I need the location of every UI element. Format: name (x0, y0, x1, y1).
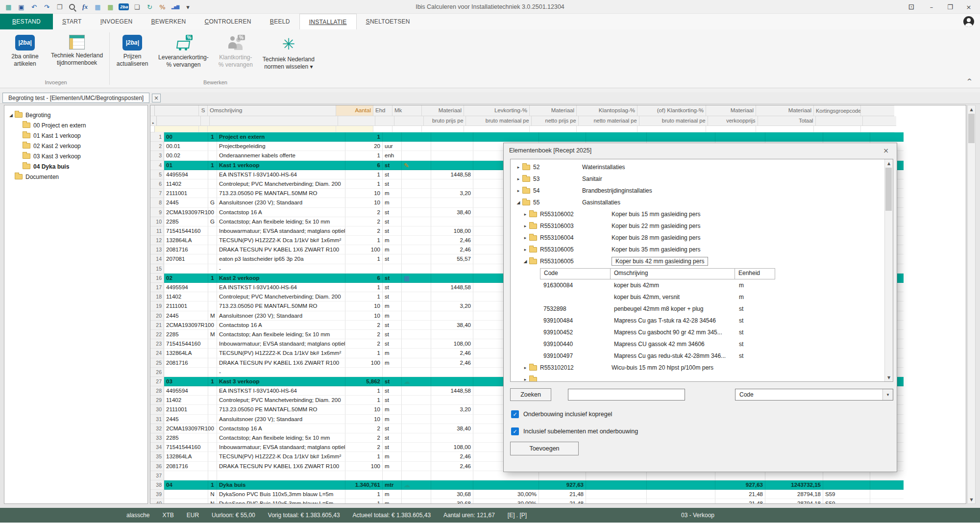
tree-expander-icon[interactable]: ◢ (7, 113, 15, 118)
cell-s[interactable] (208, 142, 217, 151)
cell-mk[interactable] (402, 226, 431, 236)
cell-mk[interactable] (402, 217, 431, 226)
cell-qty[interactable]: 2 (345, 433, 383, 443)
header-aantal[interactable]: Aantal (336, 105, 373, 116)
cell-n[interactable]: 23 (150, 339, 164, 349)
cell-code[interactable]: 2CMA193097R100 (164, 424, 208, 433)
cell-desc[interactable]: - (217, 264, 345, 274)
cell-desc[interactable]: eaton p3 lastscheider ip65 3p 20a (217, 254, 345, 264)
cell-bruto[interactable]: 2,46 (431, 236, 473, 245)
cell-n[interactable]: 6 (150, 179, 164, 189)
zoeken-button[interactable]: Zoeken (510, 388, 551, 401)
cell-s[interactable]: G (208, 198, 217, 207)
leverancierkorting-vervangen-button[interactable]: %Leverancierkorting-% vervangen (153, 33, 214, 70)
cell-mk[interactable] (402, 198, 431, 207)
cell-kops[interactable] (586, 132, 647, 142)
document-tab-close-button[interactable]: × (152, 94, 161, 102)
checkbox-checked-icon[interactable]: ✓ (511, 410, 519, 418)
cell-n[interactable]: 16 (150, 274, 164, 283)
cell-qty[interactable]: 10 (345, 311, 383, 321)
filter-ehd[interactable] (373, 126, 392, 132)
insert-table-icon[interactable]: ▦ (106, 2, 115, 12)
cell-mk[interactable] (402, 311, 431, 321)
cell-bruto[interactable]: 2,46 (431, 462, 473, 471)
cell-s[interactable] (208, 358, 217, 368)
cell-n[interactable]: 3 (150, 151, 164, 160)
filter-verkoop[interactable] (706, 126, 756, 132)
cell-levk[interactable] (473, 471, 539, 480)
cell-levk[interactable] (473, 480, 539, 490)
cell-kgc[interactable] (823, 132, 870, 142)
dialog-scroll-down-icon[interactable]: ▼ (885, 374, 893, 381)
detail-row[interactable]: 939100452Mapress Cu gasbocht 90 gr 42 mm… (540, 326, 893, 338)
cell-unit[interactable] (383, 471, 402, 480)
scroll-down-arrow-icon[interactable]: ▼ (968, 496, 975, 503)
filter-totaal[interactable] (756, 126, 814, 132)
tab-invoegen[interactable]: INVOEGEN (91, 14, 142, 29)
cell-code[interactable]: 71541544160 (164, 443, 208, 452)
cell-desc[interactable]: Kast 2 verkoop (217, 274, 345, 283)
cell-unit[interactable]: st (383, 339, 402, 349)
cell-qty[interactable]: 2 (345, 424, 383, 433)
cell-qty[interactable]: 1 (345, 490, 383, 499)
cell-qty[interactable] (345, 368, 383, 377)
cell-n[interactable]: 21 (150, 321, 164, 330)
cell-code[interactable]: 2081716 (164, 358, 208, 368)
detail-header-eenheid[interactable]: Eenheid (735, 268, 775, 279)
cell-n[interactable]: 5 (150, 170, 164, 179)
cell-mk[interactable] (402, 254, 431, 264)
subheader-verkoopprijs[interactable]: verkoopprijs (708, 116, 758, 126)
cell-mk[interactable] (402, 245, 431, 254)
cell-n[interactable]: 12 (150, 236, 164, 245)
header-materiaal-verkoop[interactable]: Materiaal (706, 105, 756, 116)
cell-levk[interactable] (473, 132, 539, 142)
cell-desc[interactable]: DykaSono PVC Buis 110x5,3mm blauw L=5m (217, 490, 345, 499)
cell-mk[interactable] (402, 471, 431, 480)
cell-code[interactable]: 2285 (164, 330, 208, 339)
percent-icon[interactable]: % (158, 2, 167, 12)
cell-n[interactable]: 19 (150, 301, 164, 311)
cell-n[interactable]: 15 (150, 264, 164, 274)
cell-mk[interactable] (402, 330, 431, 339)
cell-kkort[interactable] (647, 471, 715, 480)
cell-s[interactable] (208, 254, 217, 264)
tree-item[interactable]: ◢Begroting (4, 110, 147, 120)
cell-mk[interactable] (402, 424, 431, 433)
cell-n[interactable]: 2 (150, 142, 164, 151)
cell-bruto[interactable] (431, 471, 473, 480)
cell-qty[interactable]: 10 (345, 405, 383, 414)
cell-qty[interactable]: 100 (345, 245, 383, 254)
cell-s[interactable]: M (208, 311, 217, 321)
cell-kgc[interactable] (823, 480, 870, 490)
detail-row[interactable]: 916300084koper buis 42mmm (540, 279, 893, 291)
cell-unit[interactable]: m (383, 236, 402, 245)
cell-unit[interactable]: st (383, 377, 402, 386)
cell-unit[interactable]: st (383, 170, 402, 179)
cell-netto[interactable] (539, 471, 586, 480)
copy-icon[interactable]: ❏ (132, 2, 142, 12)
cell-qty[interactable]: 1 (345, 386, 383, 396)
cell-bruto[interactable] (431, 368, 473, 377)
cell-unit[interactable]: uur (383, 142, 402, 151)
cell-code[interactable]: 11402 (164, 179, 208, 189)
cell-n[interactable]: 28 (150, 386, 164, 396)
cell-mk[interactable] (402, 415, 431, 424)
cell-desc[interactable]: Aansluitsnoer (230 V); Standaard (217, 198, 345, 207)
cell-s[interactable] (208, 405, 217, 414)
cell-bruto[interactable] (431, 433, 473, 443)
undo-icon[interactable]: ↶ (29, 2, 39, 12)
cell-n[interactable]: 33 (150, 433, 164, 443)
cell-desc[interactable]: Projectbegeleiding (217, 142, 345, 151)
cell-qty[interactable]: 1 (345, 292, 383, 301)
tree-item[interactable]: 02 Kast 2 verkoop (4, 141, 147, 151)
cell-netto[interactable]: 21,48 (539, 499, 586, 503)
cell-bruto[interactable]: 30,68 (431, 499, 473, 503)
checkbox-checked-icon[interactable]: ✓ (511, 427, 519, 435)
grid-corner-cell[interactable] (150, 105, 155, 116)
cell-code[interactable]: 71541544160 (164, 339, 208, 349)
cell-mk[interactable] (402, 321, 431, 330)
subheader-kortingsgroepcode[interactable] (816, 116, 863, 126)
cell-mk[interactable] (402, 142, 431, 151)
klantkorting-vervangen-button[interactable]: %Klantkorting-% vervangen (214, 33, 258, 70)
cell-desc[interactable]: Controleput; PVC Manchetverbinding; Diam… (217, 179, 345, 189)
